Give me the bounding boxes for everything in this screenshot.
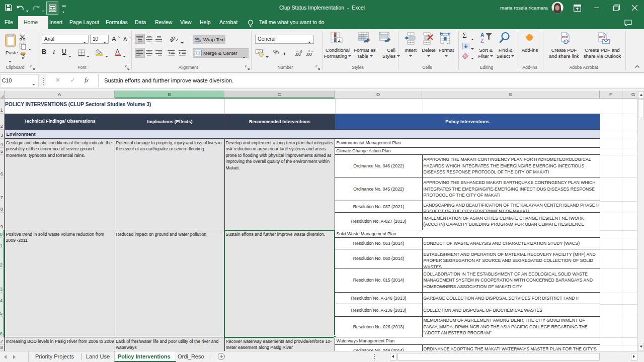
svg-text:A: A <box>116 48 120 55</box>
svg-text:→: → <box>310 49 314 53</box>
svg-text:.0: .0 <box>307 49 310 53</box>
svg-text:A: A <box>480 32 484 38</box>
svg-text:.0: .0 <box>299 50 302 53</box>
svg-text:≠: ≠ <box>338 38 341 43</box>
svg-text:A: A <box>112 35 116 43</box>
svg-text:A: A <box>123 36 127 42</box>
svg-text:ab: ab <box>195 37 199 41</box>
svg-text:Z: Z <box>480 38 484 44</box>
svg-text:PDF: PDF <box>599 36 605 39</box>
svg-text:ab: ab <box>170 35 177 43</box>
svg-text:PDF: PDF <box>562 36 568 39</box>
svg-text:←: ← <box>296 49 299 53</box>
